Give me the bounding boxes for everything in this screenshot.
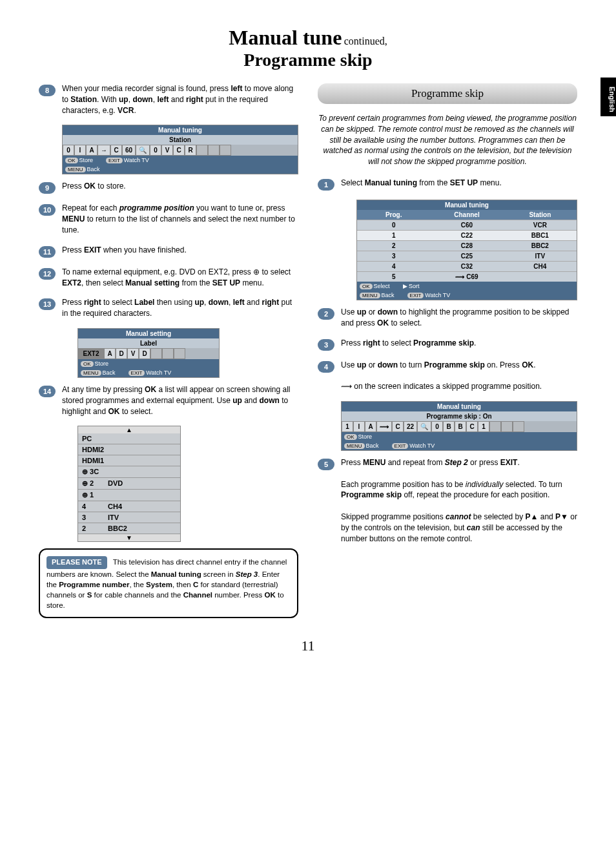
page-number: 11 <box>39 638 577 654</box>
step-text-r2: Use up or down to highlight the programm… <box>341 307 577 329</box>
osd-cell: C <box>392 421 404 432</box>
programme-table: Manual tuning Prog. Channel Station 0C60… <box>356 200 577 300</box>
osd-cell: B <box>455 421 466 432</box>
programme-list: ▲ PCHDMI2HDMI1⊕ 3C⊕ 2DVD⊕ 14CH43ITV2BBC2… <box>77 426 181 542</box>
watch-label: Watch TV <box>124 157 149 163</box>
prog-footer1: OKSelect ▶ Sort <box>357 282 577 291</box>
list-item: 3ITV <box>78 512 180 523</box>
osd-cell: C <box>466 421 478 432</box>
table-row: 0C60VCR <box>357 220 577 230</box>
osd-cell: 1 <box>342 421 353 432</box>
ok-pill2: OK <box>81 361 94 367</box>
step-text-10: Repeat for each programme position you w… <box>62 203 298 235</box>
step-8: 8 When your media recorder signal is fou… <box>39 83 298 116</box>
step-text-r1: Select Manual tuning from the SET UP men… <box>341 178 577 191</box>
col-channel: Channel <box>430 210 503 220</box>
programme-skip-intro: To prevent certain programmes from being… <box>318 113 577 167</box>
list-item: ⊕ 2DVD <box>78 478 180 490</box>
osd-cell: C <box>173 145 185 156</box>
title-sub: Programme skip <box>243 50 372 70</box>
step-num-13: 13 <box>39 298 56 310</box>
osd-programme-skip: Manual tuning Programme skip : On 1IA⟿C2… <box>341 401 577 451</box>
col-station: Station <box>504 210 577 220</box>
osd-manual-tuning-station: Manual tuning Station 0IA→C60🔍0VCR OKSto… <box>62 125 298 174</box>
osd2-footer2: MENUBack EXITWatch TV <box>78 368 219 377</box>
watch3: Watch TV <box>425 292 450 298</box>
list-item: ⊕ 3C <box>78 466 180 478</box>
language-tab: English <box>601 78 616 116</box>
table-row: 2C28BBC2 <box>357 240 577 251</box>
osd-cell: ⟿ <box>376 421 392 432</box>
step-num-11: 11 <box>39 246 56 258</box>
table-row: 4C32CH4 <box>357 261 577 271</box>
step-text-13: Press right to select Label then using u… <box>62 297 298 319</box>
osd2-cells: EXT2 ADVD <box>78 348 219 359</box>
osd1-cells: 0IA→C60🔍0VCR <box>63 145 298 156</box>
prog-table-cols: Prog. Channel Station <box>357 210 577 220</box>
store4: Store <box>358 433 373 440</box>
osd-cell <box>208 145 220 156</box>
step-num-r2: 2 <box>318 308 334 320</box>
step-num-8: 8 <box>39 85 56 96</box>
osd-cell: A <box>365 421 376 432</box>
osd-cell: → <box>98 145 110 156</box>
back2: Back <box>103 369 116 376</box>
step-r4: 4 Use up or down to turn Programme skip … <box>318 360 577 392</box>
osd-cell: B <box>443 421 455 432</box>
osd3-cells: 1IA⟿C22🔍0BBC1 <box>342 421 577 432</box>
osd3-footer: OKStore <box>342 432 577 441</box>
step-14: 14 At any time by pressing OK a list wil… <box>39 384 298 417</box>
osd-cell <box>513 421 524 432</box>
step-num-9: 9 <box>39 182 56 194</box>
menu-pill3: MENU <box>360 293 380 298</box>
ok-pill3: OK <box>360 284 373 289</box>
menu-pill: MENU <box>65 167 86 172</box>
menu-pill4: MENU <box>344 443 365 449</box>
step-text-12: To name external equipment, e.g. DVD on … <box>62 267 298 289</box>
osd1-footer2: MENUBack <box>63 165 298 174</box>
watch4: Watch TV <box>409 442 435 449</box>
step-9: 9 Press OK to store. <box>39 181 298 194</box>
right-column: Programme skip To prevent certain progra… <box>318 83 577 618</box>
step-r3: 3 Press right to select Programme skip. <box>318 338 577 351</box>
exit-pill: EXIT <box>106 158 123 163</box>
osd-cell <box>220 145 231 156</box>
list-item: 4CH4 <box>78 501 180 512</box>
list-item: HDMI2 <box>78 444 180 455</box>
step-r1: 1 Select Manual tuning from the SET UP m… <box>318 178 577 191</box>
ok-pill4: OK <box>344 434 357 440</box>
osd3-sub: Programme skip : On <box>342 411 577 421</box>
osd-cell: R <box>185 145 196 156</box>
back3: Back <box>382 292 395 298</box>
osd-cell: 60 <box>122 145 136 156</box>
list-item: HDMI1 <box>78 455 180 466</box>
title-continued: continued, <box>344 36 387 47</box>
osd-cell: C <box>110 145 122 156</box>
osd-cell: V <box>161 145 173 156</box>
please-note-box: PLEASE NOTE This television has direct c… <box>39 548 298 618</box>
select3: Select <box>374 283 390 289</box>
osd-cell <box>501 421 513 432</box>
list-item: ⊕ 1 <box>78 490 180 501</box>
back4: Back <box>366 442 379 449</box>
osd-cell: 0 <box>150 145 161 156</box>
step-num-14: 14 <box>39 386 56 397</box>
step-r5: 5 Press MENU and repeat from Step 2 or p… <box>318 457 577 544</box>
step-13: 13 Press right to select Label then usin… <box>39 297 298 319</box>
osd-cell: I <box>74 145 86 156</box>
osd3-footer2: MENUBack EXITWatch TV <box>342 441 577 450</box>
osd1-title: Manual tuning <box>63 125 298 135</box>
skip-icon-note: ⟿ on the screen indicates a skipped prog… <box>341 382 542 391</box>
osd2-footer: OKStore <box>78 359 219 368</box>
osd1-footer: OKStore EXITWatch TV <box>63 156 298 165</box>
step-num-r3: 3 <box>318 339 334 351</box>
step-num-10: 10 <box>39 204 56 216</box>
please-note-badge: PLEASE NOTE <box>46 556 107 568</box>
step-11: 11 Press EXIT when you have finished. <box>39 245 298 258</box>
step-num-12: 12 <box>39 268 56 280</box>
two-columns: 8 When your media recorder signal is fou… <box>39 83 577 618</box>
step-text-r5: Press MENU and repeat from Step 2 or pre… <box>341 457 577 544</box>
step-text-11: Press EXIT when you have finished. <box>62 245 298 258</box>
step-num-r1: 1 <box>318 179 334 191</box>
sort3: Sort <box>409 283 420 289</box>
